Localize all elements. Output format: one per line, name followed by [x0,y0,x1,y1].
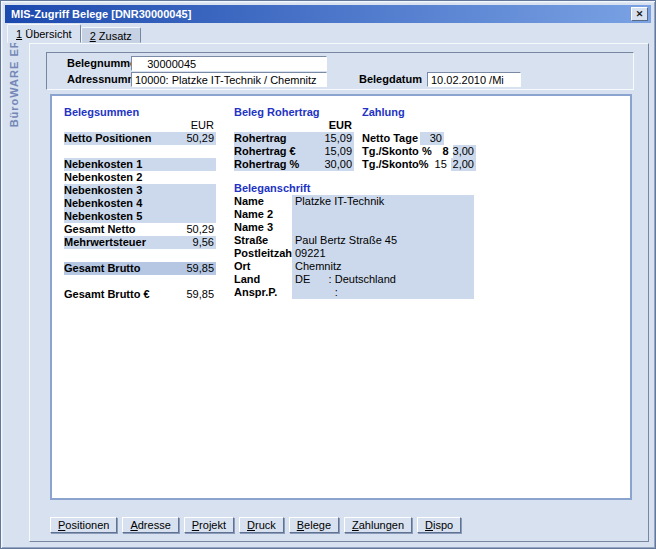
anschrift-row-ort: Ort Chemnitz [234,260,474,273]
belegsummen-section: Belegsummen EUR Netto Positionen 50,29 N… [64,106,216,301]
window-title: MIS-Zugriff Belege [DNR30000045] [11,8,631,20]
belegnummer-label: Belegnummer [67,57,140,69]
anschrift-row-name: Name Platzke IT-Technik [234,195,474,208]
close-icon[interactable]: ✕ [631,7,648,21]
dispo-button[interactable]: Dispo [417,517,461,533]
rohertrag-section: Beleg Rohertrag EUR Rohertrag 15,09 Rohe… [234,106,354,171]
bottom-button-bar: Positionen Adresse Projekt Druck Belege … [50,517,461,533]
belege-button[interactable]: Belege [289,517,339,533]
rohertrag-prozent-row: Rohertrag % 30,00 [234,158,354,171]
projekt-button[interactable]: Projekt [184,517,234,533]
anschrift-row-name2: Name 2 [234,208,474,221]
anschrift-row-land: Land DE : Deutschland [234,273,474,286]
summen-row-nebenkosten-5: Nebenkosten 5 [64,210,216,223]
summen-row-nebenkosten-4: Nebenkosten 4 [64,197,216,210]
rohertrag-row: Rohertrag 15,09 [234,132,354,145]
anschrift-row-name3: Name 3 [234,221,474,234]
belegsummen-currency: EUR [170,119,216,132]
zahlung-section: Zahlung Netto Tage 30 Tg./Skonto % 8 3,0… [362,106,476,171]
summen-row-nebenkosten-1: Nebenkosten 1 [64,158,216,171]
header-form: Belegnummer 30000045 Adressnummer 10000:… [46,52,634,90]
rohertrag-currency-row: EUR [234,119,354,132]
positionen-button[interactable]: Positionen [50,517,117,533]
belegdatum-field[interactable]: 10.02.2010 /Mi [427,72,521,87]
tab-zusatz[interactable]: 2 Zusatz [81,27,141,43]
brand-logo: BüroWARE ERP [8,31,20,127]
rohertrag-title: Beleg Rohertrag [234,106,354,119]
druck-button[interactable]: Druck [239,517,284,533]
zahlung-row-skonto-1: Tg./Skonto % 8 3,00 [362,145,476,158]
rohertrag-eur-row: Rohertrag € 15,09 [234,145,354,158]
belegdatum-label: Belegdatum [359,73,422,85]
beleganschrift-section: Beleganschrift Name Platzke IT-Technik N… [234,182,474,299]
zahlung-row-netto-tage: Netto Tage 30 [362,132,476,145]
summen-row-mehrwertsteuer: Mehrwertsteuer 9,56 [64,236,216,249]
anschrift-row-strasse: Straße Paul Bertz Straße 45 [234,234,474,247]
summen-row-netto-positionen: Netto Positionen 50,29 [64,132,216,145]
tab-page-uebersicht: Belegnummer 30000045 Adressnummer 10000:… [29,43,649,542]
anschrift-row-ansprechpartner: Anspr.P. : [234,286,474,299]
summen-row-nebenkosten-3: Nebenkosten 3 [64,184,216,197]
adressnummer-field[interactable]: 10000: Platzke IT-Technik / Chemnitz [131,72,327,87]
belegsummen-currency-row: EUR [64,119,216,132]
summen-row-gesamt-brutto: Gesamt Brutto 59,85 [64,262,216,275]
zahlung-title: Zahlung [362,106,476,119]
titlebar: MIS-Zugriff Belege [DNR30000045] ✕ [5,5,651,23]
tab-uebersicht[interactable]: 1 Übersicht [7,24,81,43]
detail-panel: Belegsummen EUR Netto Positionen 50,29 N… [50,94,632,500]
adresse-button[interactable]: Adresse [122,517,178,533]
summen-row-gesamt-brutto-eur: Gesamt Brutto € 59,85 [64,288,216,301]
anschrift-row-postleitzahl: Postleitzahl 09221 [234,247,474,260]
app-window: MIS-Zugriff Belege [DNR30000045] ✕ 1 Übe… [0,0,656,549]
summen-row-gesamt-netto: Gesamt Netto 50,29 [64,223,216,236]
tabstrip: 1 Übersicht 2 Zusatz [7,25,141,43]
zahlungen-button[interactable]: Zahlungen [344,517,412,533]
zahlung-row-skonto-2: Tg./Skonto% 15 2,00 [362,158,476,171]
belegsummen-title: Belegsummen [64,106,216,119]
rohertrag-currency: EUR [308,119,354,132]
summen-row-nebenkosten-2: Nebenkosten 2 [64,171,216,184]
belegnummer-field[interactable]: 30000045 [131,56,327,71]
beleganschrift-title: Beleganschrift [234,182,474,195]
